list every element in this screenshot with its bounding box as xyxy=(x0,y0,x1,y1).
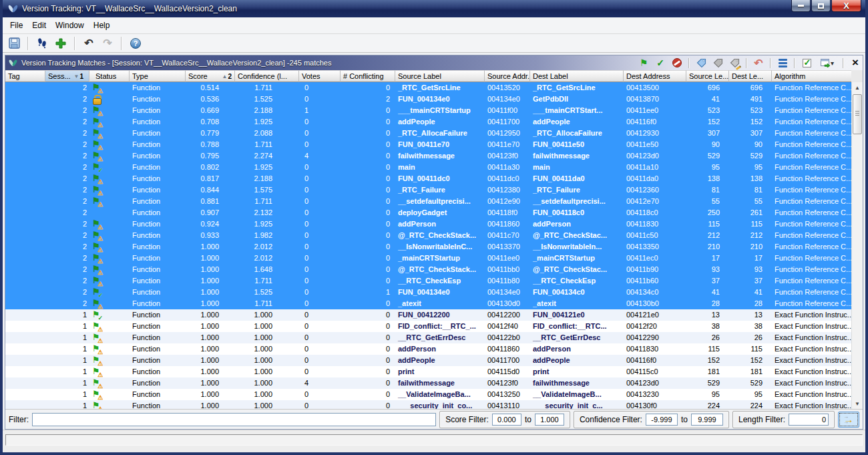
column-header-status[interactable]: Status xyxy=(89,70,130,82)
matches-panel-header[interactable]: Version Tracking Matches - [Session: VT_… xyxy=(5,55,863,70)
remove-match-button[interactable]: ↶ xyxy=(752,57,765,69)
status-flag-warning-icon: ⚑⚠ xyxy=(92,118,101,127)
table-row[interactable]: 2 ⚑⚠ Function 0.779 2.088 0 0 _RTC_Alloc… xyxy=(5,128,851,139)
status-flag-check-icon: ⚑✓ xyxy=(92,311,101,320)
score-filter-to-input[interactable] xyxy=(535,414,564,426)
column-header-algorithm[interactable]: Algorithm xyxy=(772,70,851,82)
score-filter-from-input[interactable] xyxy=(492,414,521,426)
length-filter-group: Length Filter: xyxy=(732,411,835,428)
undo-button[interactable]: ↶ xyxy=(81,36,96,51)
help-icon: ? xyxy=(130,38,141,49)
table-row[interactable]: 1 ⚑⚠ Function 1.000 1.000 0 0 addPeople … xyxy=(5,355,851,366)
column-header-score[interactable]: Score ▲2 xyxy=(186,70,235,82)
menu-edit[interactable]: Edit xyxy=(27,18,51,33)
table-row[interactable]: 2 ⚑⚠ Function 0.881 1.711 0 0 __setdefau… xyxy=(5,196,851,207)
column-header-source-address[interactable]: Source Addr... xyxy=(485,70,530,82)
menu-window[interactable]: Window xyxy=(51,18,89,33)
add-tag-button[interactable] xyxy=(695,57,707,69)
status-flag-warning-icon: ⚑⚠ xyxy=(92,140,101,150)
column-header-confidence[interactable]: Confidence (l... xyxy=(235,70,299,82)
table-row[interactable]: 2 Function 0.907 2.132 0 0 deployGadget … xyxy=(5,207,851,218)
table-row[interactable]: 2 ⚑⚠ Function 0.817 2.188 0 0 FUN_00411d… xyxy=(5,173,851,184)
panel-close-icon[interactable]: × xyxy=(852,56,859,69)
set-accepted-flag-button[interactable]: ⚑ xyxy=(638,57,650,69)
make-selection-button[interactable]: ▾ xyxy=(817,57,837,69)
status-flag-warning-icon: ⚑⚠ xyxy=(92,402,101,409)
scrollbar-thumb[interactable] xyxy=(853,94,862,134)
table-row[interactable]: 2 Function 0.536 1.525 0 2 FUN_004134e0 … xyxy=(5,94,851,105)
table-row[interactable]: 1 ⚑⚠ Function 1.000 1.000 0 0 FID_confli… xyxy=(5,321,851,332)
maximize-button[interactable] xyxy=(811,0,831,12)
table-row[interactable]: 2 ⚑✓ Function 1.000 1.525 0 1 FUN_004134… xyxy=(5,287,851,298)
table-row[interactable]: 1 ⚑⚠ Function 1.000 1.000 0 0 ___securit… xyxy=(5,400,851,409)
table-row[interactable]: 1 ⚑⚠ Function 1.000 1.000 0 0 print 0041… xyxy=(5,366,851,377)
apply-filter-button[interactable]: → → → xyxy=(838,412,859,428)
menu-help[interactable]: Help xyxy=(89,18,115,33)
select-all-button[interactable] xyxy=(801,57,813,69)
main-toolbar: ↶ ↷ ? xyxy=(3,34,865,53)
table-row[interactable]: 2 ⚑⚠ Function 0.844 1.575 0 0 _RTC_Failu… xyxy=(5,184,851,196)
scroll-up-button[interactable]: ▲ xyxy=(852,82,863,93)
window-controls: X xyxy=(791,0,861,12)
close-button[interactable]: X xyxy=(831,0,861,12)
table-row[interactable]: 2 ⚑⚠ Function 0.788 1.711 0 0 FUN_00411e… xyxy=(5,139,851,150)
table-row[interactable]: 1 ⚑⚠ Function 1.000 1.000 0 0 __Validate… xyxy=(5,389,851,400)
window-titlebar[interactable]: Version Tracking: VT__WallaceSrc__Wallac… xyxy=(3,0,865,17)
status-flag-check-icon: ⚑✓ xyxy=(92,288,101,297)
column-header-dest-length[interactable]: Dest Le... xyxy=(729,70,772,82)
hamburger-icon xyxy=(779,59,787,67)
length-filter-label: Length Filter: xyxy=(738,415,785,424)
column-header-votes[interactable]: Votes xyxy=(299,70,341,82)
column-header-session[interactable]: Sess... ▼1 xyxy=(45,70,89,82)
accept-match-button[interactable]: ✓ xyxy=(654,57,666,69)
redo-button[interactable]: ↷ xyxy=(100,36,115,51)
version-tracking-window: Version Tracking: VT__WallaceSrc__Wallac… xyxy=(0,0,868,455)
table-row[interactable]: 2 ⚑⚠ Function 1.000 1.711 0 0 _atexit 00… xyxy=(5,298,851,309)
table-row[interactable]: 2 ⚑✓ Function 0.802 1.925 0 0 main 00411… xyxy=(5,162,851,173)
help-button[interactable]: ? xyxy=(128,36,143,51)
save-icon xyxy=(9,37,20,49)
add-session-button[interactable] xyxy=(53,36,68,51)
table-row[interactable]: 2 ⚑⚠ Function 1.000 2.012 0 0 __IsNonwri… xyxy=(5,241,851,253)
column-header-dest-label[interactable]: Dest Label xyxy=(530,70,624,82)
table-row[interactable]: 2 ⚑⚠ Function 0.669 2.188 1 0 ___tmainCR… xyxy=(5,105,851,116)
table-row[interactable]: 2 ⚑⚠ Function 1.000 1.648 0 0 @_RTC_Chec… xyxy=(5,264,851,275)
confidence-filter-from-input[interactable] xyxy=(646,414,678,426)
menu-file[interactable]: File xyxy=(5,18,27,33)
minimize-button[interactable] xyxy=(791,0,811,12)
reject-match-button[interactable] xyxy=(671,57,683,69)
column-header-source-label[interactable]: Source Label xyxy=(395,70,485,82)
plus-icon xyxy=(55,38,66,49)
checkbox-icon xyxy=(803,59,811,67)
table-row[interactable]: 2 ⚑⚠ Function 0.708 1.925 0 0 addPeople … xyxy=(5,116,851,128)
column-header-source-length[interactable]: Source Le... xyxy=(686,70,729,82)
column-header-conflicting[interactable]: # Conflicting xyxy=(341,70,395,82)
filter-input[interactable] xyxy=(32,413,436,426)
column-header-dest-address[interactable]: Dest Address xyxy=(624,70,686,82)
table-row[interactable]: 2 ⚑⚠ Function 0.933 1.982 0 0 @_RTC_Chec… xyxy=(5,230,851,241)
table-row[interactable]: 1 ⚑✓ Function 1.000 1.000 0 0 FUN_004122… xyxy=(5,309,851,321)
status-flag-warning-icon: ⚑⚠ xyxy=(92,379,101,388)
edit-tag-button[interactable] xyxy=(728,57,740,69)
column-header-tag[interactable]: Tag xyxy=(5,70,45,82)
red-undo-icon: ↶ xyxy=(754,57,763,69)
toolbar-separator xyxy=(121,37,122,50)
footprints-button[interactable] xyxy=(35,36,49,51)
table-row[interactable]: 2 ⚑⚠ Function 0.514 1.711 0 0 _RTC_GetSr… xyxy=(5,82,851,94)
table-row[interactable]: 2 ⚑⚠ Function 0.795 2.274 4 0 failwithme… xyxy=(5,150,851,162)
status-flag-check-icon: ⚑✓ xyxy=(92,163,101,172)
table-row[interactable]: 2 ⚑⚠ Function 1.000 1.711 0 0 __RTC_Chec… xyxy=(5,275,851,287)
filter-menu-button[interactable] xyxy=(777,57,789,69)
scroll-down-button[interactable]: ▼ xyxy=(852,398,863,409)
length-filter-input[interactable] xyxy=(789,414,829,426)
table-row[interactable]: 1 ⚑⚠ Function 1.000 1.000 4 0 failwithme… xyxy=(5,377,851,389)
table-row[interactable]: 2 ⚑⚠ Function 1.000 2.012 0 0 _mainCRTSt… xyxy=(5,253,851,264)
remove-tag-button[interactable] xyxy=(712,57,724,69)
column-header-type[interactable]: Type xyxy=(130,70,186,82)
vertical-scrollbar[interactable]: ▲ ▼ xyxy=(851,82,863,409)
save-button[interactable] xyxy=(7,36,21,51)
confidence-filter-to-input[interactable] xyxy=(691,414,723,426)
table-row[interactable]: 1 ⚑⚠ Function 1.000 1.000 0 0 __RTC_GetE… xyxy=(5,332,851,343)
table-row[interactable]: 1 ⚑⚠ Function 1.000 1.000 0 0 addPerson … xyxy=(5,343,851,355)
table-row[interactable]: 2 ⚑⚠ Function 0.924 1.925 0 0 addPerson … xyxy=(5,218,851,230)
